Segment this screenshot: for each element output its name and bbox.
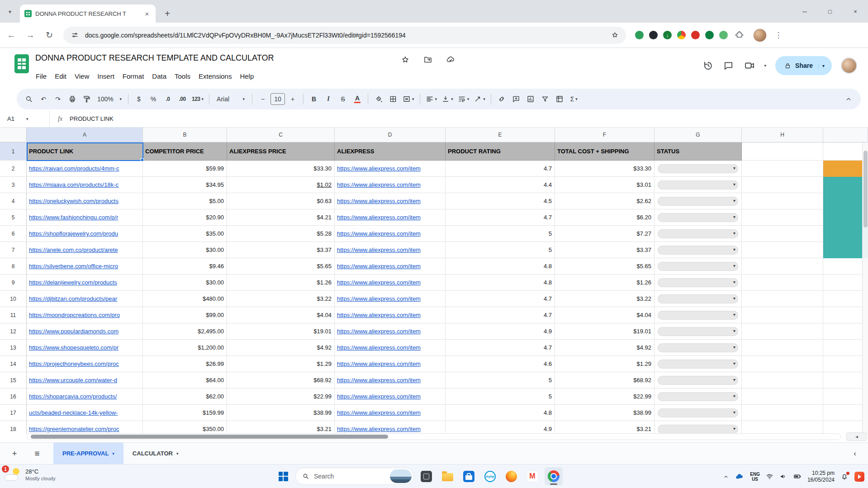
menu-help[interactable]: Help: [236, 70, 258, 83]
meet-caret-icon[interactable]: ▾: [764, 63, 767, 68]
cell-competitor-price[interactable]: $35.00: [143, 226, 227, 242]
cell-aliexpress-link[interactable]: https://www.aliexpress.com/item: [335, 193, 446, 209]
header-cell[interactable]: ALIEXPRESS: [335, 142, 446, 161]
cell-product-rating[interactable]: 5: [446, 226, 555, 242]
cell-status[interactable]: ▾: [655, 226, 742, 242]
url-text[interactable]: docs.google.com/spreadsheets/d/1LMlC2VdQ…: [85, 32, 604, 39]
toolbar-paint-format-button[interactable]: [80, 91, 94, 107]
tab-close-icon[interactable]: ×: [143, 9, 151, 18]
cell-total-cost[interactable]: $3.01: [555, 177, 655, 193]
cell-status[interactable]: ▾: [655, 242, 742, 258]
toolbar-number-format-button[interactable]: 123▾: [190, 91, 205, 107]
cell-product-rating[interactable]: 4.8: [446, 258, 555, 275]
extension-icon[interactable]: [677, 31, 686, 39]
cell-status[interactable]: ▾: [655, 209, 742, 226]
toolbar-italic-button[interactable]: I: [322, 91, 335, 107]
cell-aliexpress-price[interactable]: $1.02: [227, 177, 335, 193]
status-dropdown[interactable]: ▾: [658, 213, 738, 222]
cell-blank[interactable]: [742, 421, 823, 434]
cell-color-none[interactable]: [823, 258, 868, 275]
cell-aliexpress-price[interactable]: $1.29: [227, 356, 335, 372]
cell-product-link[interactable]: https://miaava.com/products/18k-c: [27, 177, 143, 193]
site-settings-icon[interactable]: [69, 29, 81, 41]
cell-status[interactable]: ▾: [655, 161, 742, 177]
sheet-tab-menu-icon[interactable]: ▾: [112, 451, 114, 456]
horizontal-scroll-thumb[interactable]: [31, 435, 388, 439]
cell-aliexpress-link[interactable]: https://www.aliexpress.com/item: [335, 242, 446, 258]
cell-status[interactable]: ▾: [655, 323, 742, 340]
cell-aliexpress-price[interactable]: $3.22: [227, 291, 335, 307]
sheets-logo-icon[interactable]: [14, 54, 29, 73]
cell-aliexpress-link[interactable]: https://www.aliexpress.com/item: [335, 177, 446, 193]
status-dropdown[interactable]: ▾: [658, 197, 738, 206]
cell-blank[interactable]: [742, 258, 823, 275]
toolbar-insert-chart-button[interactable]: [524, 91, 537, 107]
cell-color-none[interactable]: [823, 275, 868, 291]
cell-product-link[interactable]: https://shopflorajewelry.com/produ: [27, 226, 143, 242]
cell-product-rating[interactable]: 4.7: [446, 307, 555, 323]
cell-color-teal[interactable]: [823, 242, 868, 258]
cell-aliexpress-price[interactable]: $5.28: [227, 226, 335, 242]
header-cell-empty[interactable]: [823, 142, 868, 161]
grid-corner[interactable]: [0, 128, 27, 142]
row-header-13[interactable]: 13: [0, 340, 27, 356]
cell-blank[interactable]: [742, 209, 823, 226]
status-dropdown[interactable]: ▾: [658, 311, 738, 320]
toolbar-horizontal-align-button[interactable]: ▾: [424, 91, 439, 107]
extension-icon[interactable]: [705, 31, 714, 39]
taskbar-app-app-dark[interactable]: [417, 467, 435, 485]
taskbar-app-file-explorer[interactable]: [438, 467, 456, 485]
cell-aliexpress-link[interactable]: https://www.aliexpress.com/item: [335, 258, 446, 275]
cell-competitor-price[interactable]: $20.90: [143, 209, 227, 226]
cell-aliexpress-link[interactable]: https://www.aliexpress.com/item: [335, 226, 446, 242]
cell-total-cost[interactable]: $7.27: [555, 226, 655, 242]
all-sheets-icon[interactable]: ≡: [29, 445, 45, 462]
cell-competitor-price[interactable]: $30.00: [143, 275, 227, 291]
row-header-3[interactable]: 3: [0, 177, 27, 193]
start-button[interactable]: [274, 467, 292, 485]
cell-color-none[interactable]: [823, 323, 868, 340]
cell-total-cost[interactable]: $4.04: [555, 307, 655, 323]
cell-competitor-price[interactable]: $59.99: [143, 161, 227, 177]
battery-icon[interactable]: [793, 472, 802, 481]
column-header-C[interactable]: C: [227, 128, 335, 142]
cell-aliexpress-price[interactable]: $1.26: [227, 275, 335, 291]
cell-color-teal[interactable]: [823, 209, 868, 226]
cell-status[interactable]: ▾: [655, 177, 742, 193]
toolbar-increase-font-size-button[interactable]: +: [286, 91, 299, 107]
column-header-D[interactable]: D: [335, 128, 446, 142]
taskbar-app-microsoft-store[interactable]: [460, 467, 478, 485]
row-header-12[interactable]: 12: [0, 323, 27, 340]
row-header-7[interactable]: 7: [0, 242, 27, 258]
header-cell[interactable]: ALIEXPRESS PRICE: [227, 142, 335, 161]
cell-product-link[interactable]: https://raivari.com/products/4mm-c: [27, 161, 143, 177]
cell-product-rating[interactable]: 4.7: [446, 340, 555, 356]
volume-icon[interactable]: [779, 473, 787, 480]
row-header-4[interactable]: 4: [0, 193, 27, 209]
browser-profile-avatar[interactable]: [753, 28, 767, 42]
cell-aliexpress-price[interactable]: $3.21: [227, 421, 335, 434]
forward-button[interactable]: →: [23, 28, 38, 43]
cell-product-link[interactable]: https://www.urcouple.com/water-d: [27, 372, 143, 389]
toolbar-currency-button[interactable]: $: [132, 91, 146, 107]
row-header-10[interactable]: 10: [0, 291, 27, 307]
cell-total-cost[interactable]: $38.99: [555, 405, 655, 421]
status-dropdown[interactable]: ▾: [658, 246, 738, 255]
cell-status[interactable]: ▾: [655, 356, 742, 372]
tray-recorder-icon[interactable]: [854, 472, 864, 482]
cell-total-cost[interactable]: $3.22: [555, 291, 655, 307]
status-dropdown[interactable]: ▾: [658, 180, 738, 190]
cell-status[interactable]: ▾: [655, 340, 742, 356]
cell-blank[interactable]: [742, 161, 823, 177]
cell-blank[interactable]: [742, 193, 823, 209]
cell-total-cost[interactable]: $3.21: [555, 421, 655, 434]
cell-product-link[interactable]: https://www.shopesqueleto.com/pr: [27, 340, 143, 356]
toolbar-pivot-table-button[interactable]: [553, 91, 566, 107]
cell-product-rating[interactable]: 4.7: [446, 161, 555, 177]
formula-value[interactable]: PRODUCT LINK: [70, 115, 114, 122]
search-highlight-image[interactable]: [390, 469, 412, 483]
cell-total-cost[interactable]: $2.62: [555, 193, 655, 209]
cell-competitor-price[interactable]: $159.99: [143, 405, 227, 421]
cell-aliexpress-price[interactable]: $5.65: [227, 258, 335, 275]
star-document-icon[interactable]: [401, 55, 411, 65]
